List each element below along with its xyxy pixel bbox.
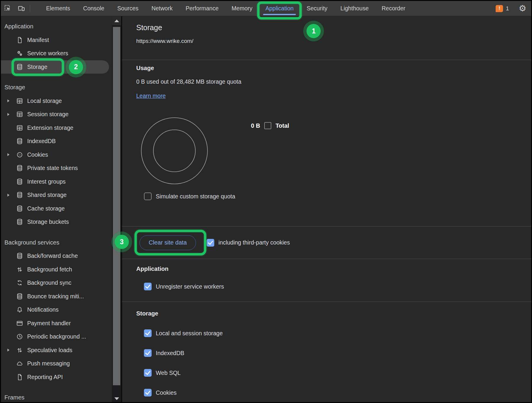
sidebar-item-local-storage[interactable]: Local storage — [1, 94, 112, 108]
database-icon — [16, 63, 23, 71]
scrollbar-thumb[interactable] — [113, 27, 120, 385]
toolbar-right-group: ! 1 ⚙ — [496, 1, 531, 16]
database-icon — [16, 164, 23, 172]
clear-site-data-button[interactable]: Clear site data — [140, 235, 196, 250]
sidebar-item-background-fetch[interactable]: Background fetch — [1, 263, 112, 276]
storage-section-heading: Storage — [136, 310, 531, 317]
sidebar-item-cookies[interactable]: Cookies — [1, 148, 112, 162]
simulate-quota-checkbox[interactable] — [144, 192, 152, 200]
tab-label: Security — [306, 5, 327, 12]
sidebar-item-label: Background sync — [27, 279, 72, 286]
tab-elements[interactable]: Elements — [40, 1, 77, 16]
sidebar-item-back-forward-cache[interactable]: Back/forward cache — [1, 249, 112, 263]
sidebar-item-label: Service workers — [27, 50, 68, 57]
usage-legend: 0 B Total — [251, 122, 289, 129]
sidebar-item-cache-storage[interactable]: Cache storage — [1, 202, 112, 216]
sidebar-item-indexeddb[interactable]: IndexedDB — [1, 135, 112, 148]
issues-badge-icon[interactable]: ! — [496, 5, 503, 12]
legend-label: Total — [275, 122, 289, 129]
storage-panel-header: Storage https://www.wrike.com/ — [122, 16, 531, 60]
application-sidebar: ApplicationManifestService workersStorag… — [1, 16, 112, 403]
database-icon — [16, 218, 23, 226]
tab-label: Elements — [46, 5, 70, 12]
tab-lighthouse[interactable]: Lighthouse — [334, 1, 375, 16]
bell-icon — [16, 306, 23, 314]
tab-performance[interactable]: Performance — [179, 1, 225, 16]
sidebar-item-label: Back/forward cache — [27, 253, 78, 259]
sidebar-item-storage-buckets[interactable]: Storage buckets — [1, 215, 112, 229]
tab-memory[interactable]: Memory — [225, 1, 259, 16]
tab-recorder[interactable]: Recorder — [375, 1, 412, 16]
clock-icon — [16, 333, 23, 341]
sidebar-item-session-storage[interactable]: Session storage — [1, 108, 112, 121]
storage-clear-section: Storage Local and session storageIndexed… — [122, 302, 531, 403]
device-toolbar-icon — [17, 4, 25, 12]
sidebar-item-private-state-tokens[interactable]: Private state tokens — [1, 161, 112, 175]
scrollbar-up-arrow-icon[interactable] — [112, 16, 121, 25]
gears-icon — [16, 50, 23, 57]
sidebar-item-interest-groups[interactable]: Interest groups — [1, 175, 112, 189]
sidebar-item-label: Private state tokens — [27, 165, 78, 171]
sidebar-item-label: Interest groups — [27, 178, 66, 185]
sidebar-item-label: Storage buckets — [27, 219, 69, 225]
expand-arrow-icon[interactable] — [7, 194, 12, 197]
clear-option-row: Unregister service workers — [144, 283, 531, 290]
sidebar-item-extension-storage[interactable]: Extension storage — [1, 121, 112, 135]
sidebar-item-label: Extension storage — [27, 124, 73, 131]
third-party-cookies-checkbox[interactable] — [207, 239, 214, 247]
tab-network[interactable]: Network — [145, 1, 179, 16]
checkbox-label: Local and session storage — [156, 330, 223, 337]
learn-more-link[interactable]: Learn more — [136, 92, 166, 100]
indexeddb-checkbox[interactable] — [144, 349, 152, 357]
inspect-element-button[interactable] — [1, 1, 14, 16]
settings-gear-icon[interactable]: ⚙ — [519, 4, 526, 13]
tab-sources[interactable]: Sources — [111, 1, 145, 16]
tab-label: Network — [151, 5, 173, 12]
issues-count[interactable]: 1 — [506, 5, 509, 12]
cloud-icon — [16, 360, 23, 368]
sidebar-item-bounce-tracking-miti-[interactable]: Bounce tracking miti... — [1, 290, 112, 303]
sidebar-item-periodic-background-[interactable]: Periodic background ... — [1, 330, 112, 344]
tab-application[interactable]: Application1 — [259, 1, 300, 16]
sidebar-item-label: Periodic background ... — [27, 333, 86, 340]
tab-label: Performance — [186, 5, 219, 12]
cookies-checkbox[interactable] — [144, 389, 152, 396]
tab-label: Memory — [232, 5, 252, 12]
annotation-step-2: 2 — [69, 60, 83, 74]
local-and-session-storage-checkbox[interactable] — [144, 329, 152, 337]
tab-console[interactable]: Console — [77, 1, 111, 16]
sidebar-item-label: Local storage — [27, 98, 62, 104]
legend-total-checkbox[interactable] — [264, 122, 271, 129]
sidebar-scrollbar[interactable] — [112, 16, 121, 403]
sidebar-item-label: Shared storage — [27, 192, 66, 198]
unregister-service-workers-checkbox[interactable] — [144, 283, 152, 290]
expand-arrow-icon[interactable] — [7, 153, 12, 156]
checkbox-label: Cookies — [156, 389, 176, 396]
sidebar-item-shared-storage[interactable]: Shared storage — [1, 188, 112, 202]
devtools-toolbar: ElementsConsoleSourcesNetworkPerformance… — [1, 1, 531, 16]
origin-url: https://www.wrike.com/ — [136, 37, 531, 45]
expand-arrow-icon[interactable] — [7, 349, 12, 352]
expand-arrow-icon[interactable] — [7, 113, 12, 116]
sidebar-item-reporting-api[interactable]: Reporting API — [1, 370, 112, 384]
sidebar-item-push-messaging[interactable]: Push messaging — [1, 357, 112, 370]
usage-chart-row: 0 B Total — [136, 117, 531, 185]
sidebar-item-notifications[interactable]: Notifications — [1, 303, 112, 317]
clear-option-row: Local and session storage — [144, 329, 531, 337]
scrollbar-down-arrow-icon[interactable] — [112, 395, 121, 402]
sidebar-item-service-workers[interactable]: Service workers — [1, 47, 112, 60]
sidebar-item-payment-handler[interactable]: Payment handler — [1, 317, 112, 330]
device-toolbar-button[interactable] — [14, 1, 28, 16]
sidebar-section-storage: Storage — [1, 81, 112, 94]
sidebar-item-manifest[interactable]: Manifest — [1, 33, 112, 47]
sidebar-item-speculative-loads[interactable]: Speculative loads — [1, 344, 112, 357]
cookie-icon — [16, 151, 23, 158]
checkbox-label: Unregister service workers — [156, 283, 224, 290]
sidebar-item-storage[interactable]: Storage2 — [1, 60, 109, 74]
sidebar-item-background-sync[interactable]: Background sync — [1, 276, 112, 290]
clear-option-row: Web SQL — [144, 369, 531, 377]
sidebar-item-label: Speculative loads — [27, 347, 72, 354]
tab-security[interactable]: Security — [300, 1, 334, 16]
expand-arrow-icon[interactable] — [7, 99, 12, 102]
web-sql-checkbox[interactable] — [144, 369, 152, 377]
